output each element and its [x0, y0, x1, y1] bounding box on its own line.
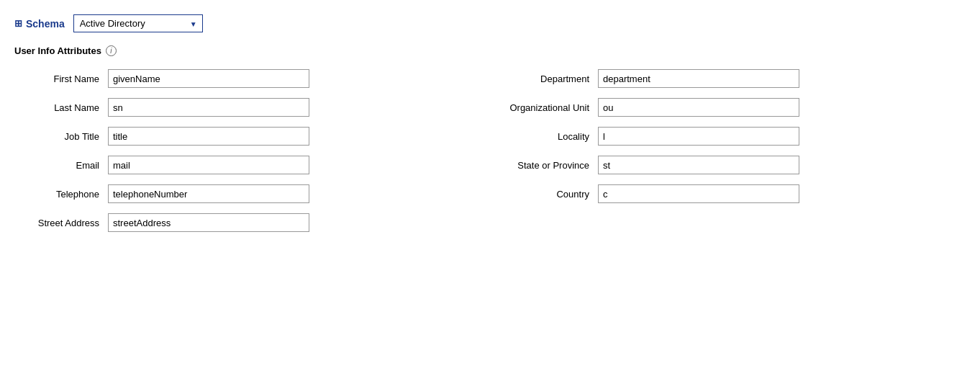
label-telephone-input: Telephone [14, 189, 108, 200]
label-first-name-input: First Name [14, 73, 108, 84]
label-state-province-input: State or Province [490, 160, 598, 171]
schema-select-wrapper[interactable]: Active Directory LDAP OpenLDAP [73, 14, 203, 32]
header-row: ⊞ Schema Active Directory LDAP OpenLDAP [14, 14, 966, 32]
org-unit-input[interactable] [598, 98, 799, 117]
first-name-input[interactable] [108, 69, 309, 88]
schema-grid-icon: ⊞ [14, 18, 22, 29]
locality-input[interactable] [598, 127, 799, 146]
form-row-last-name-input: Last Name [14, 98, 490, 117]
section-title: User Info Attributes i [14, 45, 966, 56]
schema-select[interactable]: Active Directory LDAP OpenLDAP [73, 14, 203, 32]
label-department-input: Department [490, 73, 598, 84]
form-row-country-input: Country [490, 184, 966, 203]
state-province-input[interactable] [598, 156, 799, 174]
form-row-locality-input: Locality [490, 127, 966, 146]
left-column: First NameLast NameJob TitleEmailTelepho… [14, 69, 490, 242]
label-job-title-input: Job Title [14, 131, 108, 142]
form-row-org-unit-input: Organizational Unit [490, 98, 966, 117]
section-title-text: User Info Attributes [14, 45, 101, 56]
form-row-first-name-input: First Name [14, 69, 490, 88]
form-row-street-address-input: Street Address [14, 213, 490, 232]
last-name-input[interactable] [108, 98, 309, 117]
telephone-input[interactable] [108, 184, 309, 203]
schema-text: Schema [26, 18, 65, 30]
form-row-job-title-input: Job Title [14, 127, 490, 146]
form-row-telephone-input: Telephone [14, 184, 490, 203]
label-street-address-input: Street Address [14, 218, 108, 228]
department-input[interactable] [598, 69, 799, 88]
country-input[interactable] [598, 184, 799, 203]
form-row-email-input: Email [14, 156, 490, 174]
form-row-state-province-input: State or Province [490, 156, 966, 174]
label-last-name-input: Last Name [14, 102, 108, 113]
email-input[interactable] [108, 156, 309, 174]
label-email-input: Email [14, 160, 108, 171]
job-title-input[interactable] [108, 127, 309, 146]
form-row-department-input: Department [490, 69, 966, 88]
street-address-input[interactable] [108, 213, 309, 232]
label-org-unit-input: Organizational Unit [490, 102, 598, 113]
label-locality-input: Locality [490, 131, 598, 142]
label-country-input: Country [490, 189, 598, 200]
info-icon[interactable]: i [106, 45, 117, 56]
schema-label: ⊞ Schema [14, 18, 65, 30]
form-grid: First NameLast NameJob TitleEmailTelepho… [14, 69, 966, 242]
right-column: DepartmentOrganizational UnitLocalitySta… [490, 69, 966, 242]
